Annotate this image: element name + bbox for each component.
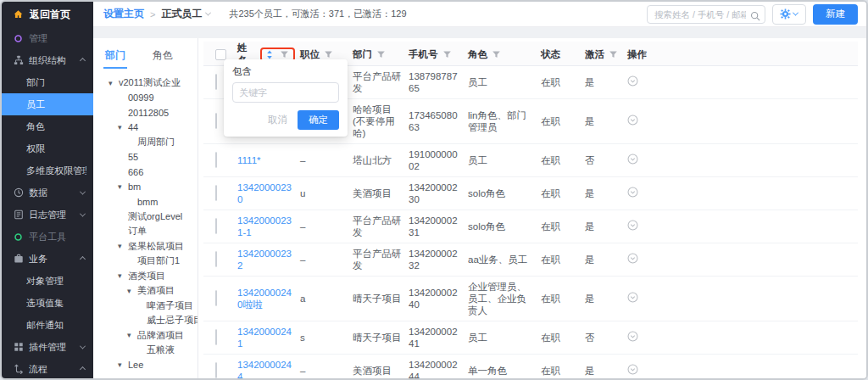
row-actions-icon[interactable]: [627, 292, 638, 303]
row-actions-icon[interactable]: [627, 75, 638, 87]
tree-expand-arrow-icon[interactable]: ▾: [118, 242, 128, 250]
row-checkbox[interactable]: [215, 113, 217, 129]
filter-icon[interactable]: [324, 50, 333, 59]
sidebar-item-org-structure[interactable]: 组织结构: [2, 49, 93, 71]
tree-expand-arrow-icon[interactable]: ▾: [127, 287, 137, 295]
row-actions-icon[interactable]: [627, 154, 638, 165]
org-icon: [13, 55, 24, 66]
tree-tab-role[interactable]: 角色: [151, 43, 175, 69]
row-actions-icon[interactable]: [627, 220, 638, 231]
log-icon: [13, 210, 24, 221]
ring-purple-icon: [13, 33, 24, 44]
row-checkbox[interactable]: [215, 218, 217, 234]
cell-name[interactable]: 13420000244: [237, 355, 300, 378]
cell-position: –: [300, 360, 353, 378]
cell-select: [203, 186, 237, 201]
filter-icon[interactable]: [280, 50, 289, 59]
tree-expand-arrow-icon[interactable]: ▾: [118, 123, 128, 131]
sidebar-item-business[interactable]: 业务: [2, 248, 93, 270]
row-checkbox[interactable]: [215, 362, 217, 378]
sidebar-item-workflow[interactable]: 流程: [2, 358, 93, 380]
row-checkbox[interactable]: [215, 185, 217, 201]
tree-node[interactable]: 订单: [102, 224, 198, 239]
sidebar-home-button[interactable]: 返回首页: [2, 2, 93, 27]
sidebar-item-email-notification[interactable]: 邮件通知: [2, 314, 93, 336]
sidebar-item-object-management[interactable]: 对象管理: [2, 270, 93, 292]
tree-node[interactable]: ▾酒类项目: [102, 269, 198, 284]
tree-node[interactable]: 啤酒子项目: [102, 299, 198, 314]
row-checkbox[interactable]: [215, 74, 217, 90]
filter-icon[interactable]: [609, 50, 618, 59]
cell-name[interactable]: 13420000240啦啦: [237, 282, 300, 315]
row-checkbox[interactable]: [215, 329, 217, 345]
tree-node[interactable]: ▾坚果松鼠项目: [102, 239, 198, 254]
table-row: 13420000240啦啦a晴天子项目13420000240企业管理员、员工、企…: [203, 277, 858, 321]
filter-icon[interactable]: [442, 50, 452, 59]
column-header-op: 操作: [627, 48, 858, 61]
sidebar-item-department[interactable]: 部门: [2, 71, 93, 93]
tree-expand-arrow-icon[interactable]: ▾: [118, 182, 128, 191]
row-checkbox[interactable]: [215, 251, 217, 267]
tree-tab-department[interactable]: 部门: [103, 43, 127, 69]
tree-node[interactable]: ▾美酒项目: [102, 283, 198, 299]
cell-status: 在职: [541, 216, 585, 237]
breadcrumb-current[interactable]: 正式员工: [161, 7, 202, 21]
cell-name[interactable]: 13420000232: [237, 243, 300, 276]
home-icon: [13, 9, 24, 20]
filter-confirm-button[interactable]: 确定: [298, 110, 339, 130]
sidebar-item-multi-dim-permissions[interactable]: 多维度权限管理: [2, 159, 93, 182]
breadcrumb-home-link[interactable]: 设置主页: [103, 7, 144, 21]
row-actions-icon[interactable]: [627, 331, 638, 342]
settings-dropdown-button[interactable]: [772, 4, 806, 25]
tree-node[interactable]: 00999: [102, 91, 198, 106]
tree-expand-arrow-icon[interactable]: ▾: [118, 271, 128, 280]
tree-node[interactable]: ▾44: [102, 120, 198, 136]
cell-name[interactable]: 13420000241: [237, 321, 300, 354]
row-actions-icon[interactable]: [627, 253, 638, 264]
cell-name[interactable]: 13420000230: [237, 177, 300, 210]
tree-expand-arrow-icon[interactable]: ▾: [108, 79, 119, 87]
tree-expand-arrow-icon[interactable]: ▾: [118, 360, 128, 369]
tree-node[interactable]: 测试orgLevel: [102, 210, 198, 225]
tree-node[interactable]: ▾Lee: [102, 358, 198, 373]
sidebar-item-management[interactable]: 管理: [2, 27, 93, 49]
row-actions-icon[interactable]: [627, 115, 638, 126]
tree-node[interactable]: 威士忌子项目: [102, 313, 198, 328]
tree-node[interactable]: 20112805: [102, 105, 198, 120]
tree-node[interactable]: 五粮液: [102, 343, 198, 358]
sidebar-item-data[interactable]: 数据: [2, 182, 93, 204]
filter-icon[interactable]: [492, 50, 501, 59]
chevron-down-icon[interactable]: [205, 10, 211, 16]
tree-node[interactable]: 666: [102, 165, 198, 180]
sidebar-item-employees[interactable]: 员工: [2, 93, 93, 115]
row-checkbox[interactable]: [215, 152, 217, 168]
sidebar-item-label: 流程: [29, 363, 75, 376]
row-actions-icon[interactable]: [627, 364, 638, 375]
search-input[interactable]: [647, 5, 765, 24]
sidebar-item-permissions[interactable]: 权限: [2, 137, 93, 159]
cell-name[interactable]: 1111*: [237, 150, 300, 170]
sidebar-item-log-management[interactable]: 日志管理: [2, 204, 93, 226]
filter-icon[interactable]: [376, 50, 386, 59]
tree-node[interactable]: ▾品牌酒项目: [102, 328, 198, 344]
sidebar-item-platform-tools[interactable]: 平台工具: [2, 226, 93, 248]
tree-node[interactable]: 55: [102, 150, 198, 165]
header-divider-band: [93, 27, 866, 38]
select-all-checkbox[interactable]: [215, 49, 226, 60]
tree-node[interactable]: ▾v2011测试企业: [102, 75, 198, 91]
sort-icon[interactable]: [266, 50, 273, 59]
sidebar-item-plugin-management[interactable]: 插件管理: [2, 336, 93, 358]
row-checkbox[interactable]: [215, 290, 217, 306]
tree-expand-arrow-icon[interactable]: ▾: [127, 331, 137, 339]
filter-cancel-button[interactable]: 取消: [268, 114, 287, 126]
row-actions-icon[interactable]: [627, 187, 638, 198]
tree-node[interactable]: ▾bm: [102, 180, 198, 195]
filter-keyword-input[interactable]: [232, 82, 339, 103]
sidebar-item-roles[interactable]: 角色: [2, 115, 93, 137]
create-new-button[interactable]: 新建: [813, 4, 858, 25]
tree-node[interactable]: bmm: [102, 194, 198, 210]
sidebar-item-option-sets[interactable]: 选项值集: [2, 292, 93, 314]
tree-node[interactable]: 周周部门: [102, 135, 198, 150]
cell-name[interactable]: 13420000231-1: [237, 210, 300, 243]
tree-node[interactable]: 项目部门1: [102, 254, 198, 269]
